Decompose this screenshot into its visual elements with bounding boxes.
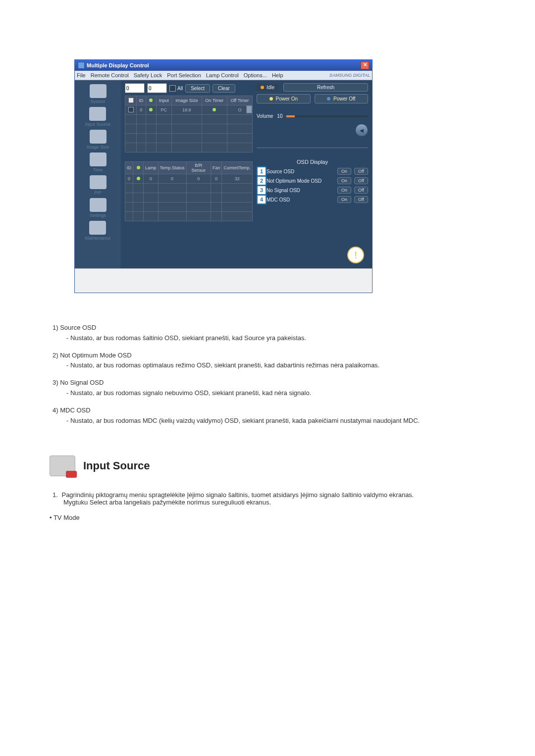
col-imagesize: Image Size bbox=[172, 96, 202, 105]
time-icon bbox=[90, 152, 107, 166]
maintenance-icon bbox=[89, 221, 106, 235]
sidebar-label-maintenance: Maintenance bbox=[85, 236, 111, 241]
id-from-select[interactable] bbox=[125, 83, 145, 93]
table-row[interactable]: 0 PC 16:9 O bbox=[125, 105, 253, 115]
image-size-icon bbox=[90, 130, 107, 144]
main-panel: All Select Clear ID Input Image Size On … bbox=[121, 80, 372, 268]
col2-fan: Fan bbox=[211, 162, 222, 174]
optimum-osd-on[interactable]: On bbox=[337, 177, 351, 184]
doc-desc-3: - Nustato, ar bus rodomas signalo nebuvi… bbox=[66, 388, 490, 399]
bullet-tv-mode: • TV Mode bbox=[50, 514, 490, 521]
col2-curtemp: CurrentTemp. bbox=[222, 162, 253, 174]
power-off-button[interactable]: Power Off bbox=[315, 94, 369, 103]
osd-row-nosignal: 3 No Signal OSD On Off bbox=[267, 187, 368, 194]
scrollbar-thumb[interactable] bbox=[246, 105, 252, 113]
sidebar: System Input Source Image Size Time PIP bbox=[75, 80, 121, 268]
nosignal-osd-on[interactable]: On bbox=[337, 187, 351, 194]
callout-2: 2 bbox=[257, 176, 267, 186]
power-on-button[interactable]: Power On bbox=[257, 94, 311, 103]
sidebar-item-time[interactable]: Time bbox=[90, 152, 107, 172]
doc-desc-1: - Nustato, ar bus rodomas šaltinio OSD, … bbox=[66, 333, 490, 344]
settings-icon bbox=[90, 198, 107, 212]
mdc-osd-off[interactable]: Off bbox=[354, 196, 368, 203]
cell-imagesize: 16:9 bbox=[172, 105, 202, 115]
status-row[interactable]: 0 0 0 0 0 32 bbox=[125, 174, 253, 184]
idle-status: Idle bbox=[257, 84, 278, 91]
doc-desc-4: - Nustato, ar bus rodomas MDC (kelių vai… bbox=[66, 416, 490, 426]
cell-input: PC bbox=[156, 105, 171, 115]
osd-row-optimum: 2 Not Optimum Mode OSD On Off bbox=[267, 177, 368, 184]
brand-text: SAMSUNG DIGITAL bbox=[329, 73, 370, 78]
power-on-dot-icon bbox=[269, 97, 273, 101]
select-button[interactable]: Select bbox=[185, 84, 210, 93]
callout-4: 4 bbox=[257, 195, 267, 204]
menu-remote[interactable]: Remote Control bbox=[91, 72, 129, 78]
power-off-dot-icon bbox=[327, 97, 330, 101]
volume-knob-icon[interactable]: ◄ bbox=[355, 124, 368, 137]
volume-slider[interactable] bbox=[286, 115, 368, 117]
optimum-osd-off[interactable]: Off bbox=[354, 177, 368, 184]
doc-desc-2: - Nustato, ar bus rodomas optimalaus rež… bbox=[66, 360, 490, 371]
clear-button[interactable]: Clear bbox=[213, 84, 235, 93]
refresh-button[interactable]: Refresh bbox=[283, 83, 368, 92]
doc-title-2: Not Optimum Mode OSD bbox=[60, 352, 132, 359]
osd-row-mdc: 4 MDC OSD On Off bbox=[267, 196, 368, 203]
id-to-select[interactable] bbox=[147, 83, 167, 93]
mdc-osd-on[interactable]: On bbox=[337, 196, 351, 203]
all-checkbox[interactable]: All bbox=[169, 85, 183, 92]
col2-id: ID bbox=[125, 162, 133, 174]
menu-file[interactable]: File bbox=[77, 72, 86, 78]
volume-value: 10 bbox=[277, 113, 282, 119]
col2-br: B/R Sensor bbox=[186, 162, 211, 174]
col-id: ID bbox=[137, 96, 146, 105]
sidebar-item-input[interactable]: Input Source bbox=[85, 107, 110, 127]
volume-control: Volume 10 bbox=[257, 113, 368, 119]
col-input: Input bbox=[156, 96, 171, 105]
description-list: 1) Source OSD - Nustato, ar bus rodomas … bbox=[50, 323, 490, 426]
instruction-1b: Mygtuku Select arba langeliais pažymėkit… bbox=[63, 499, 490, 506]
sidebar-label-pip: PIP bbox=[90, 190, 107, 195]
status-grid: ID Lamp Temp.Status B/R Sensor Fan Curre… bbox=[125, 161, 253, 221]
system-icon bbox=[90, 84, 107, 98]
sidebar-item-settings[interactable]: Settings bbox=[90, 198, 107, 218]
all-label: All bbox=[177, 86, 183, 91]
sidebar-item-imagesize[interactable]: Image Size bbox=[87, 130, 109, 150]
doc-title-1: Source OSD bbox=[60, 324, 96, 331]
sidebar-label-imagesize: Image Size bbox=[87, 145, 109, 150]
source-osd-on[interactable]: On bbox=[337, 168, 351, 175]
menubar: File Remote Control Safety Lock Port Sel… bbox=[75, 71, 372, 80]
footer-strip bbox=[75, 268, 372, 293]
col2-lamp: Lamp bbox=[144, 162, 159, 174]
sidebar-label-time: Time bbox=[90, 167, 107, 172]
window-title: Multiple Display Control bbox=[87, 62, 149, 68]
content-area: System Input Source Image Size Time PIP bbox=[75, 80, 372, 268]
menu-options[interactable]: Options... bbox=[244, 72, 267, 78]
app-icon bbox=[78, 62, 85, 69]
close-icon[interactable]: ✕ bbox=[361, 61, 369, 69]
heading-text: Input Source bbox=[83, 459, 150, 472]
sidebar-label-settings: Settings bbox=[90, 213, 107, 218]
sidebar-item-system[interactable]: System bbox=[90, 84, 107, 104]
menu-safety[interactable]: Safety Lock bbox=[134, 72, 162, 78]
pip-icon bbox=[90, 175, 107, 189]
input-source-icon bbox=[89, 107, 106, 121]
cell-id: 0 bbox=[137, 105, 146, 115]
menu-port[interactable]: Port Selection bbox=[167, 72, 201, 78]
sidebar-item-pip[interactable]: PIP bbox=[90, 175, 107, 195]
nosignal-osd-off[interactable]: Off bbox=[354, 187, 368, 194]
osd-row-source: 1 Source OSD On Off bbox=[267, 168, 368, 175]
app-window: Multiple Display Control ✕ File Remote C… bbox=[74, 59, 373, 293]
sidebar-label-system: System bbox=[90, 99, 107, 104]
col-offtimer: Off Timer bbox=[227, 96, 252, 105]
menu-lamp[interactable]: Lamp Control bbox=[206, 72, 239, 78]
idle-dot-icon bbox=[261, 86, 264, 89]
callout-1: 1 bbox=[257, 166, 267, 176]
source-osd-off[interactable]: Off bbox=[354, 168, 368, 175]
doc-title-4: MDC OSD bbox=[60, 406, 90, 414]
sidebar-item-maintenance[interactable]: Maintenance bbox=[85, 221, 111, 241]
menu-help[interactable]: Help bbox=[272, 72, 283, 78]
col-ontimer: On Timer bbox=[202, 96, 227, 105]
instruction-1: Pagrindinių piktogramų meniu spragtelėki… bbox=[61, 491, 414, 499]
osd-display-title: OSD Display bbox=[257, 159, 368, 165]
display-grid: ID Input Image Size On Timer Off Timer 0… bbox=[125, 96, 253, 152]
